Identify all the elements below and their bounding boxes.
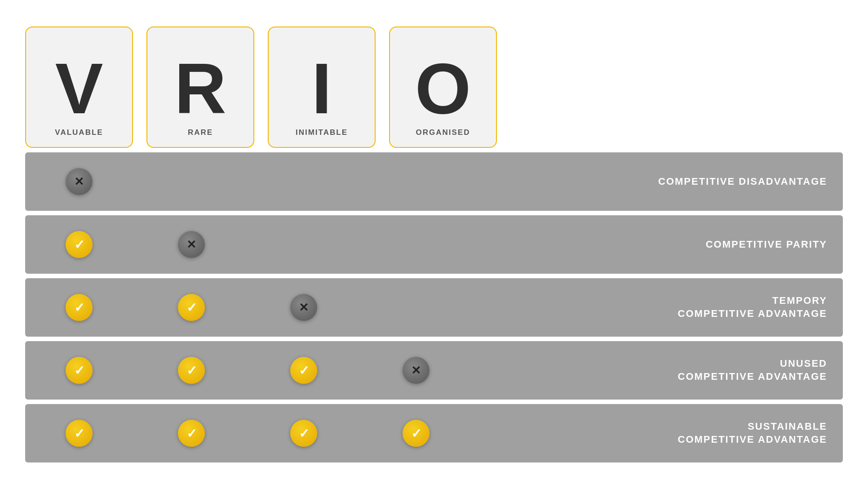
cell-r4-c1 — [25, 341, 133, 400]
vrio-table: V VALUABLE R RARE I INIMITABLE O ORGANIS… — [25, 27, 843, 462]
cell-r2-c2 — [137, 215, 245, 274]
word-inimitable: INIMITABLE — [296, 128, 348, 137]
cell-r5-c3 — [250, 404, 358, 462]
header-row: V VALUABLE R RARE I INIMITABLE O ORGANIS… — [25, 27, 843, 148]
header-rare: R RARE — [146, 27, 254, 148]
check-icon — [178, 420, 205, 447]
cell-r5-c1 — [25, 404, 133, 462]
letter-o: O — [415, 53, 471, 124]
table-row: SUSTAINABLECOMPETITIVE ADVANTAGE — [25, 404, 843, 462]
label-text-r3: TEMPORYCOMPETITIVE ADVANTAGE — [678, 294, 828, 320]
cross-icon — [66, 168, 93, 195]
cross-icon — [403, 357, 430, 384]
label-temporary-advantage: TEMPORYCOMPETITIVE ADVANTAGE — [470, 278, 843, 337]
cell-r4-c4 — [362, 341, 470, 400]
table-row: UNUSEDCOMPETITIVE ADVANTAGE — [25, 341, 843, 400]
check-icon — [290, 357, 317, 384]
check-icon — [66, 294, 93, 321]
cell-r1-c2 — [137, 152, 245, 211]
cell-r3-c2 — [137, 278, 245, 337]
check-icon — [66, 420, 93, 447]
label-text-r5: SUSTAINABLECOMPETITIVE ADVANTAGE — [678, 420, 828, 446]
cell-r3-c1 — [25, 278, 133, 337]
cell-r4-c2 — [137, 341, 245, 400]
table-row: COMPETITIVE PARITY — [25, 215, 843, 274]
cell-r5-c2 — [137, 404, 245, 462]
label-text-r1: COMPETITIVE DISADVANTAGE — [658, 175, 827, 188]
check-icon — [403, 420, 430, 447]
label-competitive-disadvantage: COMPETITIVE DISADVANTAGE — [470, 152, 843, 211]
cross-icon — [178, 231, 205, 258]
label-sustainable-advantage: SUSTAINABLECOMPETITIVE ADVANTAGE — [470, 404, 843, 462]
table-row: TEMPORYCOMPETITIVE ADVANTAGE — [25, 278, 843, 337]
letter-v: V — [55, 53, 103, 124]
check-icon — [178, 357, 205, 384]
cell-r2-c4 — [362, 215, 470, 274]
cross-icon — [290, 294, 317, 321]
cell-r2-c3 — [250, 215, 358, 274]
data-rows: COMPETITIVE DISADVANTAGE COMPETITIVE PAR… — [25, 152, 843, 462]
cell-r4-c3 — [250, 341, 358, 400]
cell-r1-c1 — [25, 152, 133, 211]
header-valuable: V VALUABLE — [25, 27, 133, 148]
cell-r1-c3 — [250, 152, 358, 211]
label-text-r4: UNUSEDCOMPETITIVE ADVANTAGE — [678, 357, 828, 383]
cell-r3-c3 — [250, 278, 358, 337]
header-organised: O ORGANISED — [389, 27, 497, 148]
label-competitive-parity: COMPETITIVE PARITY — [470, 215, 843, 274]
letter-i: I — [312, 53, 332, 124]
table-row: COMPETITIVE DISADVANTAGE — [25, 152, 843, 211]
letter-r: R — [174, 53, 226, 124]
check-icon — [66, 231, 93, 258]
cell-r1-c4 — [362, 152, 470, 211]
check-icon — [290, 420, 317, 447]
check-icon — [178, 294, 205, 321]
word-valuable: VALUABLE — [55, 128, 103, 137]
check-icon — [66, 357, 93, 384]
header-inimitable: I INIMITABLE — [268, 27, 376, 148]
cell-r5-c4 — [362, 404, 470, 462]
cell-r2-c1 — [25, 215, 133, 274]
word-organised: ORGANISED — [416, 128, 470, 137]
word-rare: RARE — [188, 128, 213, 137]
label-text-r2: COMPETITIVE PARITY — [706, 238, 827, 251]
label-unused-advantage: UNUSEDCOMPETITIVE ADVANTAGE — [470, 341, 843, 400]
cell-r3-c4 — [362, 278, 470, 337]
